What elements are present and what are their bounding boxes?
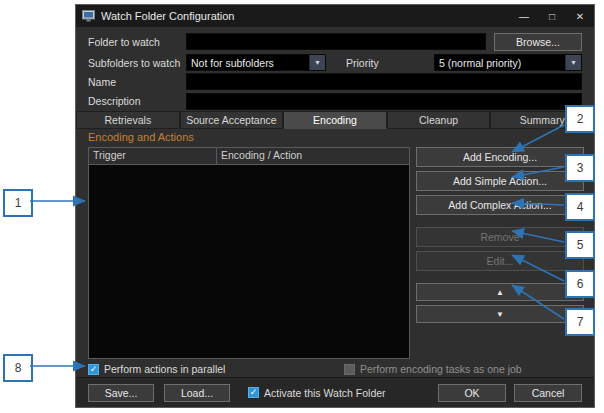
one-job-checkbox[interactable]: Perform encoding tasks as one job (344, 363, 522, 375)
annotated-screenshot: Watch Folder Configuration — □ ✕ Folder … (0, 0, 604, 413)
one-job-label: Perform encoding tasks as one job (360, 363, 522, 375)
description-row: Description (88, 93, 582, 109)
app-icon (82, 10, 95, 22)
name-label: Name (88, 76, 186, 88)
edit-button[interactable]: Edit... (416, 251, 584, 271)
encoding-action-column-header[interactable]: Encoding / Action (217, 148, 409, 164)
actions-table-body[interactable] (89, 165, 409, 358)
folder-to-watch-input[interactable] (186, 33, 486, 50)
close-button[interactable]: ✕ (566, 5, 594, 27)
tab-cleanup[interactable]: Cleanup (387, 111, 491, 129)
parallel-actions-label: Perform actions in parallel (104, 363, 225, 375)
window-title: Watch Folder Configuration (101, 10, 510, 22)
remove-button[interactable]: Remove (416, 227, 584, 247)
actions-table: Trigger Encoding / Action (88, 147, 410, 359)
chevron-down-icon[interactable]: ▼ (565, 55, 581, 70)
title-bar[interactable]: Watch Folder Configuration — □ ✕ (76, 5, 594, 27)
dialog-footer: Save... Load... ✓ Activate this Watch Fo… (76, 377, 594, 407)
subfolders-dropdown[interactable]: Not for subfolders ▼ (186, 54, 326, 71)
action-button-column: Add Encoding... Add Simple Action... Add… (416, 147, 584, 327)
subfolders-priority-row: Subfolders to watch Not for subfolders ▼… (88, 54, 582, 71)
maximize-button[interactable]: □ (538, 5, 566, 27)
add-complex-action-button[interactable]: Add Complex Action... (416, 195, 584, 215)
ok-button[interactable]: OK (438, 384, 506, 402)
add-simple-action-button[interactable]: Add Simple Action... (416, 171, 584, 191)
parallel-actions-checkbox[interactable]: ✓ Perform actions in parallel (88, 363, 225, 375)
checkbox-checked-icon[interactable]: ✓ (248, 387, 259, 398)
checkbox-disabled-icon[interactable] (344, 364, 355, 375)
trigger-column-header[interactable]: Trigger (89, 148, 217, 164)
tab-encoding[interactable]: Encoding (283, 111, 387, 129)
name-input[interactable] (186, 73, 582, 90)
priority-label: Priority (346, 57, 406, 69)
activate-watch-folder-checkbox[interactable]: ✓ Activate this Watch Folder (248, 387, 386, 399)
chevron-glyph: ▼ (570, 59, 577, 66)
watch-folder-configuration-dialog: Watch Folder Configuration — □ ✕ Folder … (75, 4, 595, 408)
folder-to-watch-row: Folder to watch Browse... (88, 33, 582, 50)
move-up-button[interactable]: ▲ (416, 283, 584, 301)
add-encoding-button[interactable]: Add Encoding... (416, 147, 584, 167)
description-input[interactable] (186, 93, 582, 110)
load-button[interactable]: Load... (164, 384, 230, 402)
subfolders-dropdown-value: Not for subfolders (187, 57, 309, 69)
annotation-4: 4 (565, 193, 595, 221)
subfolders-to-watch-label: Subfolders to watch (88, 57, 186, 69)
annotation-2: 2 (565, 105, 595, 133)
check-glyph: ✓ (250, 388, 258, 397)
chevron-down-icon[interactable]: ▼ (309, 55, 325, 70)
cancel-button[interactable]: Cancel (514, 384, 582, 402)
annotation-7: 7 (565, 308, 595, 336)
checkbox-checked-icon[interactable]: ✓ (88, 364, 99, 375)
minimize-button[interactable]: — (510, 5, 538, 27)
encoding-and-actions-title: Encoding and Actions (88, 131, 194, 143)
annotation-3: 3 (565, 154, 595, 182)
save-button[interactable]: Save... (88, 384, 154, 402)
priority-dropdown-value: 5 (normal priority) (435, 57, 565, 69)
browse-button[interactable]: Browse... (494, 33, 582, 51)
annotation-5: 5 (565, 231, 595, 259)
tab-bar: Retrievals Source Acceptance Encoding Cl… (76, 111, 594, 129)
folder-to-watch-label: Folder to watch (88, 36, 186, 48)
annotation-6: 6 (565, 270, 595, 298)
check-glyph: ✓ (90, 365, 98, 374)
move-down-button[interactable]: ▼ (416, 305, 584, 323)
tab-retrievals[interactable]: Retrievals (76, 111, 180, 129)
annotation-8: 8 (3, 354, 33, 382)
name-row: Name (88, 73, 582, 90)
priority-dropdown[interactable]: 5 (normal priority) ▼ (434, 54, 582, 71)
tab-source-acceptance[interactable]: Source Acceptance (180, 111, 284, 129)
description-label: Description (88, 95, 186, 107)
chevron-glyph: ▼ (314, 59, 321, 66)
options-row: ✓ Perform actions in parallel Perform en… (88, 363, 582, 377)
activate-watch-folder-label: Activate this Watch Folder (264, 387, 386, 399)
annotation-1: 1 (3, 189, 33, 217)
actions-table-header: Trigger Encoding / Action (89, 148, 409, 165)
